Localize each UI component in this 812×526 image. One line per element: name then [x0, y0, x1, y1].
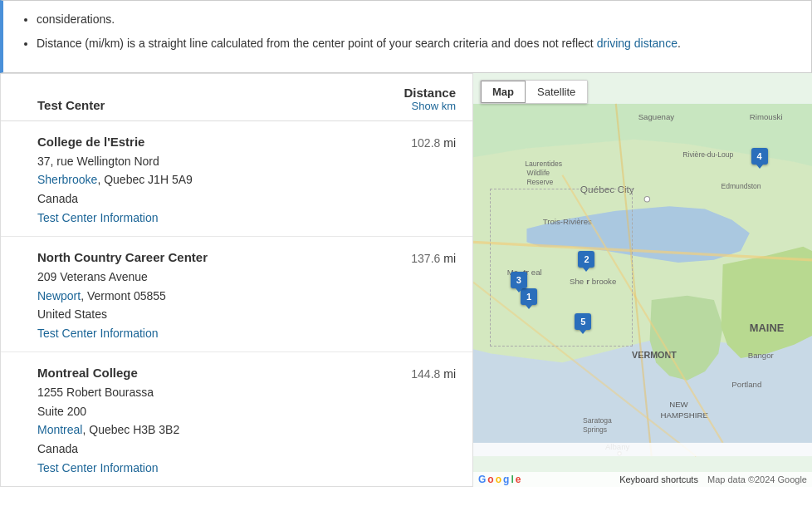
center-address-2: 209 Veterans AvenueNewport, Vermont 0585… — [37, 268, 356, 323]
svg-point-2 — [644, 197, 649, 202]
test-center-row: North Country Career Center209 Veterans … — [1, 237, 472, 352]
center-name-3: Montreal College — [37, 366, 356, 380]
svg-text:Portland: Portland — [731, 380, 761, 389]
city-link[interactable]: Montreal — [37, 423, 82, 436]
map-bottom-bar: Google Keyboard shortcuts Map data ©2024… — [473, 472, 812, 487]
svg-text:Laurentides: Laurentides — [525, 160, 562, 168]
main-content: Test Center Distance Show km College de … — [0, 73, 812, 487]
keyboard-shortcuts-link[interactable]: Keyboard shortcuts — [619, 474, 698, 484]
map-marker-1[interactable]: 1 — [521, 288, 537, 305]
svg-text:NEW: NEW — [669, 400, 688, 409]
map-panel: Map Satellite — [473, 73, 812, 487]
google-logo: Google — [478, 474, 521, 485]
map-marker-5[interactable]: 5 — [575, 313, 591, 330]
center-name-1: College de l'Estrie — [37, 135, 356, 149]
map-toggle[interactable]: Map Satellite — [480, 80, 588, 104]
svg-text:Wildlife: Wildlife — [526, 169, 550, 177]
map-marker-3[interactable]: 3 — [511, 272, 527, 288]
city-link[interactable]: Newport — [37, 289, 81, 302]
svg-text:Saguenay: Saguenay — [638, 112, 675, 121]
test-center-row: College de l'Estrie37, rue Wellington No… — [1, 121, 472, 237]
notice-item-2: Distance (mi/km) is a straight line calc… — [37, 35, 798, 52]
svg-rect-31 — [473, 443, 812, 456]
centers-list: College de l'Estrie37, rue Wellington No… — [1, 121, 472, 486]
notice-panel: considerations. Distance (mi/km) is a st… — [0, 0, 812, 73]
show-km-link[interactable]: Show km — [356, 100, 456, 112]
test-center-row: Montreal College1255 Robert BourassaSuit… — [1, 352, 472, 486]
test-center-info-link-1[interactable]: Test Center Information — [37, 211, 159, 224]
center-distance-3: 144.8 mi — [356, 366, 456, 381]
svg-text:Rimouski: Rimouski — [750, 112, 783, 121]
distance-column-header: Distance — [356, 86, 456, 100]
test-center-info-link-2[interactable]: Test Center Information — [37, 327, 159, 340]
svg-text:brooke: brooke — [592, 277, 617, 286]
notice-period: . — [677, 37, 681, 50]
svg-text:Bangor: Bangor — [748, 351, 775, 360]
center-address-1: 37, rue Wellington NordSherbrooke, Quebe… — [37, 152, 356, 208]
svg-text:HAMPSHIRE: HAMPSHIRE — [660, 410, 708, 420]
city-link[interactable]: Sherbrooke — [37, 173, 97, 186]
map-marker-2[interactable]: 2 — [578, 251, 594, 268]
svg-text:She: She — [570, 277, 584, 286]
results-header: Test Center Distance Show km — [1, 74, 472, 121]
center-info-2: North Country Career Center209 Veterans … — [37, 250, 356, 340]
center-info-3: Montreal College1255 Robert BourassaSuit… — [37, 366, 356, 474]
center-distance-1: 102.8 mi — [356, 135, 456, 150]
map-data-text: Keyboard shortcuts Map data ©2024 Google — [619, 474, 807, 484]
test-center-info-link-3[interactable]: Test Center Information — [37, 461, 159, 474]
address-city-line: Montreal, Quebec H3B 3B2 — [37, 423, 179, 436]
svg-text:r: r — [586, 277, 589, 286]
address-city-line: Newport, Vermont 05855 — [37, 289, 166, 302]
center-address-3: 1255 Robert BourassaSuite 200Montreal, Q… — [37, 383, 356, 458]
results-panel: Test Center Distance Show km College de … — [0, 73, 473, 487]
svg-text:Springs: Springs — [583, 425, 607, 434]
center-distance-2: 137.6 mi — [356, 250, 456, 265]
svg-text:Québec City: Québec City — [580, 184, 634, 195]
notice-item-1: considerations. — [37, 11, 798, 28]
driving-distance-link[interactable]: driving distance — [597, 37, 677, 50]
svg-text:eal: eal — [531, 268, 542, 277]
center-info-1: College de l'Estrie37, rue Wellington No… — [37, 135, 356, 224]
svg-text:MAINE: MAINE — [750, 322, 785, 334]
test-center-column-header: Test Center — [37, 98, 105, 112]
svg-text:Edmundston: Edmundston — [721, 182, 761, 190]
svg-text:Trois-Rivières: Trois-Rivières — [543, 217, 592, 226]
svg-text:Saratoga: Saratoga — [583, 416, 612, 425]
map-data-label: Map data ©2024 Google — [707, 474, 807, 484]
map-container[interactable]: Map Satellite — [473, 73, 812, 487]
map-button[interactable]: Map — [481, 81, 526, 103]
svg-text:Reserve: Reserve — [526, 178, 553, 186]
distance-notice-text: Distance (mi/km) is a straight line calc… — [37, 37, 597, 50]
address-city-line: Sherbrooke, Quebec J1H 5A9 — [37, 173, 193, 186]
center-name-2: North Country Career Center — [37, 250, 356, 264]
satellite-button[interactable]: Satellite — [526, 81, 587, 103]
svg-text:Rivière-du-Loup: Rivière-du-Loup — [682, 150, 733, 159]
map-marker-4[interactable]: 4 — [751, 148, 768, 165]
